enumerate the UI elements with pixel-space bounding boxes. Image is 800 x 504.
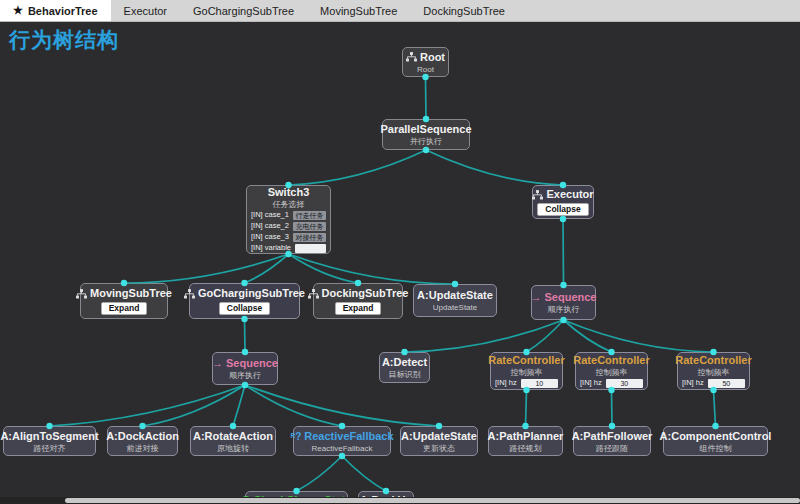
node-subtitle: 控制频率 <box>596 368 628 377</box>
node-reactivefallback[interactable]: R?ReactiveFallbackReactiveFallback <box>293 426 391 456</box>
subtree-icon <box>308 289 319 299</box>
node-dockaction[interactable]: A:DockAction前进对接 <box>107 426 178 456</box>
behavior-tree-canvas[interactable]: 行为树结构 RootRootParallelSequence并行执行Switch… <box>0 22 800 504</box>
port-value-field[interactable]: 充电任务 <box>293 222 326 231</box>
node-subtitle: 路径对齐 <box>34 444 66 453</box>
node-title: ReactiveFallback <box>304 430 393 443</box>
port-label: [IN] hz <box>682 378 704 388</box>
node-title-row: →Sequence <box>212 357 278 370</box>
node-title: ParallelSequence <box>380 123 471 136</box>
node-title-row: A:ComponentControl <box>660 430 772 443</box>
node-title-row: A:DockAction <box>106 430 179 443</box>
port-value-field[interactable]: 30 <box>606 379 643 388</box>
node-executor[interactable]: ExecutorCollapse <box>532 185 594 219</box>
node-rate3[interactable]: RateController控制频率[IN] hz50 <box>677 352 750 390</box>
node-title: A:PathFollower <box>572 430 653 443</box>
node-title: A:Detect <box>382 356 427 369</box>
collapse-button[interactable]: Collapse <box>219 302 270 315</box>
port-value-field[interactable]: 对接任务 <box>293 233 326 242</box>
node-title-row: Root <box>406 51 445 64</box>
port-label: [IN] variable <box>251 243 291 253</box>
edge-sequence_r-rate2 <box>564 320 612 352</box>
port-value-field[interactable]: 10 <box>521 379 558 388</box>
tab-movingsubtree[interactable]: MovingSubTree <box>307 0 410 21</box>
port-value-field[interactable]: 行走任务 <box>293 211 326 220</box>
port-row: [IN] case_2充电任务 <box>251 221 326 231</box>
subtree-icon <box>532 190 543 200</box>
port-value-field[interactable] <box>295 244 326 253</box>
node-title: A:PathPlanner <box>488 430 564 443</box>
node-rotateaction[interactable]: A:RotateAction原地旋转 <box>190 426 276 456</box>
node-componentcontrol[interactable]: A:ComponentControl组件控制 <box>663 426 768 456</box>
node-movingsubtree[interactable]: MovingSubTreeExpand <box>80 283 168 319</box>
node-title: A:DockAction <box>106 430 179 443</box>
node-title-row: A:UpdateState <box>417 289 493 302</box>
port-value-field[interactable]: 50 <box>708 379 745 388</box>
tab-dockingsubtree[interactable]: DockingSubTree <box>410 0 518 21</box>
node-parallelsequence[interactable]: ParallelSequence并行执行 <box>382 119 470 150</box>
tab-label: Executor <box>124 5 167 17</box>
edge-sequence_r-rate1 <box>527 320 564 352</box>
edge-switch3-gochargingsubtree <box>245 254 289 283</box>
expand-button[interactable]: Expand <box>335 302 382 315</box>
port-row: [IN] hz30 <box>580 378 643 388</box>
node-title-row: Executor <box>532 188 593 201</box>
node-root[interactable]: RootRoot <box>402 47 449 77</box>
node-title-row: A:UpdateState <box>401 430 477 443</box>
edge-sequence_r-rate3 <box>564 320 714 352</box>
node-title-row: Switch3 <box>268 186 310 199</box>
node-sequence_r[interactable]: →Sequence顺序执行 <box>531 285 596 320</box>
edge-parallelsequence-executor <box>426 150 563 185</box>
node-updatestate1[interactable]: A:UpdateStateUpdateState <box>413 284 497 317</box>
tab-behaviortree[interactable]: ★BehaviorTree <box>0 0 111 21</box>
node-updatestate2[interactable]: A:UpdateState更新状态 <box>400 426 478 456</box>
arrow-icon: → <box>531 292 542 303</box>
node-title-row: RateController <box>488 354 564 367</box>
node-title-row: A:RotateAction <box>193 430 273 443</box>
tab-label: MovingSubTree <box>320 5 397 17</box>
node-rate1[interactable]: RateController控制频率[IN] hz10 <box>490 352 563 390</box>
page-title: 行为树结构 <box>9 26 119 54</box>
node-switch3[interactable]: Switch3任务选择[IN] case_1行走任务[IN] case_2充电任… <box>246 185 331 254</box>
node-detect[interactable]: A:Detect目标识别 <box>379 352 430 383</box>
node-title: A:UpdateState <box>401 430 477 443</box>
tab-bar: ★BehaviorTreeExecutorGoChargingSubTreeMo… <box>0 0 800 22</box>
edge-gochargingsubtree-sequence_l <box>245 319 246 352</box>
expand-button[interactable]: Expand <box>101 302 148 315</box>
node-subtitle: 顺序执行 <box>548 305 580 314</box>
node-sequence_l[interactable]: →Sequence顺序执行 <box>212 352 278 385</box>
behavior-tree-editor: ★BehaviorTreeExecutorGoChargingSubTreeMo… <box>0 0 800 504</box>
node-rate2[interactable]: RateController控制频率[IN] hz30 <box>575 352 648 390</box>
node-subtitle: 控制频率 <box>698 368 730 377</box>
node-title-row: R?ReactiveFallback <box>290 430 393 443</box>
node-title-row: →Sequence <box>531 291 597 304</box>
node-gochargingsubtree[interactable]: GoChargingSubTreeCollapse <box>189 283 300 319</box>
node-subtitle: ReactiveFallback <box>312 444 373 453</box>
edge-root-parallelsequence <box>426 77 427 119</box>
node-title: A:RotateAction <box>193 430 273 443</box>
edge-sequence_l-rotateaction <box>233 385 245 426</box>
node-pathfollower[interactable]: A:PathFollower路径跟随 <box>573 426 651 456</box>
port-row: [IN] hz10 <box>495 378 558 388</box>
tab-label: BehaviorTree <box>28 5 98 17</box>
node-title-row: DockingSubTree <box>308 287 409 300</box>
node-pathplanner[interactable]: A:PathPlanner路径规划 <box>488 426 563 456</box>
node-subtitle: 顺序执行 <box>229 371 261 380</box>
tab-gochargingsubtree[interactable]: GoChargingSubTree <box>180 0 307 21</box>
node-subtitle: 控制频率 <box>511 368 543 377</box>
node-title: Root <box>420 51 445 64</box>
edge-switch3-movingsubtree <box>124 254 289 283</box>
node-title: MovingSubTree <box>90 287 172 300</box>
node-subtitle: Root <box>417 65 434 74</box>
tab-label: GoChargingSubTree <box>193 5 294 17</box>
edge-rate2-pathfollower <box>612 390 613 426</box>
tab-executor[interactable]: Executor <box>111 0 180 21</box>
scrollbar-thumb[interactable] <box>65 498 800 503</box>
node-subtitle: 原地旋转 <box>217 444 249 453</box>
node-title: DockingSubTree <box>322 287 409 300</box>
edge-rate3-componentcontrol <box>714 390 716 426</box>
node-dockingsubtree[interactable]: DockingSubTreeExpand <box>313 283 403 319</box>
collapse-button[interactable]: Collapse <box>537 203 588 216</box>
node-title: GoChargingSubTree <box>198 287 305 300</box>
node-aligntosegment[interactable]: A:AlignToSegment路径对齐 <box>3 426 96 456</box>
